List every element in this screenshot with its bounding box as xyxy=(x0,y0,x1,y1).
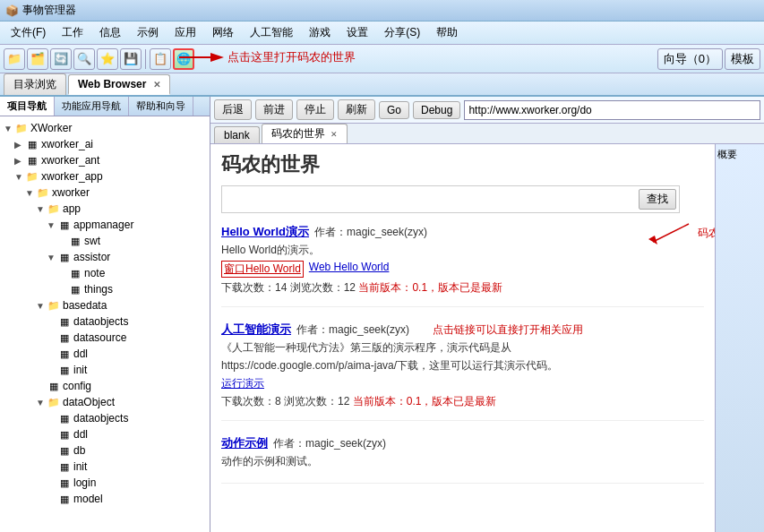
tree-item-dataobjects[interactable]: ▶ ▦ dataobjects xyxy=(4,313,206,330)
debug-button[interactable]: Debug xyxy=(413,101,460,119)
inner-tab-manong[interactable]: 码农的世界 ✕ xyxy=(262,124,348,143)
menu-example[interactable]: 示例 xyxy=(130,23,166,42)
tree-item-login[interactable]: ▶ ▦ login xyxy=(4,475,206,491)
sidebar-tab-project[interactable]: 项目导航 xyxy=(0,97,55,116)
tree-item-xworker-app[interactable]: ▼ 📁 xworker_app xyxy=(4,168,206,184)
tab-directory[interactable]: 目录浏览 xyxy=(4,73,66,95)
search-button[interactable]: 查找 xyxy=(639,189,676,210)
tree-item-things[interactable]: ▶ ▦ things xyxy=(4,281,206,297)
menu-info[interactable]: 信息 xyxy=(92,23,128,42)
tree-item-appmanager[interactable]: ▼ ▦ appmanager xyxy=(4,217,206,233)
folder-icon: 📁 xyxy=(14,121,29,135)
menu-share[interactable]: 分享(S) xyxy=(377,23,427,42)
search-input[interactable] xyxy=(225,192,635,208)
article-2-desc: 《人工智能一种现代方法》第三版的演示程序，演示代码是从 xyxy=(221,340,704,356)
menu-settings[interactable]: 设置 xyxy=(339,23,375,42)
curved-arrow-icon xyxy=(644,219,698,246)
menu-work[interactable]: 工作 xyxy=(55,23,90,42)
menu-ai[interactable]: 人工智能 xyxy=(243,23,300,42)
grid-icon: ▦ xyxy=(47,379,61,393)
tree-item-dataobjects2[interactable]: ▶ ▦ dataobjects xyxy=(4,410,206,426)
inner-tab-close[interactable]: ✕ xyxy=(330,130,338,139)
sidebar-tab-app[interactable]: 功能应用导航 xyxy=(55,97,129,116)
svg-marker-1 xyxy=(210,53,224,62)
tree-item-xworker-ant[interactable]: ▶ ▦ xworker_ant xyxy=(4,152,206,168)
tree-item-config[interactable]: ▶ ▦ config xyxy=(4,378,206,394)
refresh-button[interactable]: 刷新 xyxy=(338,99,375,120)
menu-file[interactable]: 文件(F) xyxy=(4,23,53,42)
template-button[interactable]: 模板 xyxy=(725,48,760,70)
toolbar-btn-6[interactable]: 💾 xyxy=(120,48,142,70)
inner-tab-blank[interactable]: blank xyxy=(214,126,260,143)
article-1-author: 作者：magic_seek(zyx) xyxy=(314,225,427,240)
url-bar[interactable] xyxy=(464,100,760,120)
arrow-icon xyxy=(179,48,224,66)
annotation-1-text: 码农的世界是一个WEB应用 xyxy=(698,226,715,241)
grid-icon: ▦ xyxy=(68,266,82,280)
article-2-desc2: https://code.google.com/p/aima-java/下载，这… xyxy=(221,358,704,373)
article-2-title[interactable]: 人工智能演示 xyxy=(221,322,291,338)
tree-item-init[interactable]: ▶ ▦ init xyxy=(4,362,206,378)
tree-item-dataobject[interactable]: ▼ 📁 dataObject xyxy=(4,394,206,410)
tab-web-browser[interactable]: Web Browser ✕ xyxy=(68,74,170,95)
project-tree: ▼ 📁 XWorker ▶ ▦ xworker_ai ▶ ▦ xworker_a… xyxy=(0,116,210,532)
grid-icon: ▦ xyxy=(57,459,72,474)
tree-item-ddl2[interactable]: ▶ ▦ ddl xyxy=(4,426,206,442)
grid-icon: ▦ xyxy=(25,153,39,167)
toolbar-btn-1[interactable]: 📁 xyxy=(4,48,25,70)
article-2-link-run[interactable]: 运行演示 xyxy=(221,376,264,391)
grid-icon: ▦ xyxy=(57,347,72,361)
tree-item-model[interactable]: ▶ ▦ model xyxy=(4,491,206,507)
menu-help[interactable]: 帮助 xyxy=(429,23,465,42)
back-button[interactable]: 后退 xyxy=(214,99,252,120)
arrow-icon: ▼ xyxy=(36,204,45,214)
arrow-icon: ▼ xyxy=(14,172,23,182)
article-1-title[interactable]: Hello World演示 xyxy=(221,224,309,240)
tree-item-db[interactable]: ▶ ▦ db xyxy=(4,442,206,459)
search-bar: 查找 xyxy=(221,185,680,213)
wizard-button[interactable]: 向导（0） xyxy=(657,48,723,70)
toolbar-btn-5[interactable]: ⭐ xyxy=(97,48,118,70)
toolbar-btn-3[interactable]: 🔄 xyxy=(50,48,72,70)
sidebar-tab-help[interactable]: 帮助和向导 xyxy=(129,97,193,116)
sidebar-tab-bar: 项目导航 功能应用导航 帮助和向导 xyxy=(0,97,210,116)
tree-item-datasource[interactable]: ▶ ▦ datasource xyxy=(4,330,206,346)
tree-item-basedata[interactable]: ▼ 📁 basedata xyxy=(4,297,206,313)
article-1-links: 窗口Hello World Web Hello World xyxy=(221,261,704,278)
article-1-link-web[interactable]: Web Hello World xyxy=(309,261,390,278)
tree-item-swt[interactable]: ▶ ▦ swt xyxy=(4,233,206,249)
tree-item-ddl[interactable]: ▶ ▦ ddl xyxy=(4,346,206,362)
article-3: 动作示例 作者：magic_seek(zyx) 动作的示例和测试。 xyxy=(221,435,704,484)
tree-item-xworker[interactable]: ▼ 📁 XWorker xyxy=(4,120,206,136)
title-bar: 📦 事物管理器 xyxy=(0,0,764,21)
toolbar-separator xyxy=(145,49,146,69)
article-2-version: 当前版本：0.1，版本已是最新 xyxy=(353,395,497,408)
grid-icon: ▦ xyxy=(57,411,72,425)
title-bar-icon: 📦 xyxy=(5,4,19,17)
menu-network[interactable]: 网络 xyxy=(205,23,241,42)
go-button[interactable]: Go xyxy=(379,101,409,119)
tree-item-app[interactable]: ▼ 📁 app xyxy=(4,201,206,217)
toolbar-btn-2[interactable]: 🗂️ xyxy=(27,48,48,70)
menu-games[interactable]: 游戏 xyxy=(302,23,338,42)
toolbar-btn-7[interactable]: 📋 xyxy=(150,48,171,70)
menu-app[interactable]: 应用 xyxy=(167,23,203,42)
article-3-title[interactable]: 动作示例 xyxy=(221,435,268,451)
tree-item-assistor[interactable]: ▼ ▦ assistor xyxy=(4,249,206,265)
tree-item-xworker-ai[interactable]: ▶ ▦ xworker_ai xyxy=(4,136,206,152)
main-container: 项目导航 功能应用导航 帮助和向导 ▼ 📁 XWorker ▶ ▦ xworke… xyxy=(0,97,764,532)
stop-button[interactable]: 停止 xyxy=(296,99,334,120)
tree-item-note[interactable]: ▶ ▦ note xyxy=(4,265,206,281)
tree-item-xworker2[interactable]: ▼ 📁 xworker xyxy=(4,184,206,201)
forward-button[interactable]: 前进 xyxy=(255,99,293,120)
article-1-link-window[interactable]: 窗口Hello World xyxy=(221,261,304,278)
arrow-icon: ▼ xyxy=(47,220,56,230)
toolbar-annotation-text: 点击这里打开码农的世界 xyxy=(227,49,356,65)
grid-icon: ▦ xyxy=(57,443,72,458)
tree-item-init2[interactable]: ▶ ▦ init xyxy=(4,459,206,475)
arrow-icon: ▼ xyxy=(4,124,13,133)
toolbar-btn-4[interactable]: 🔍 xyxy=(73,48,95,70)
arrow-icon: ▼ xyxy=(36,301,45,311)
article-1-desc: Hello World的演示。 xyxy=(221,243,704,258)
tab-web-browser-close[interactable]: ✕ xyxy=(153,80,160,90)
